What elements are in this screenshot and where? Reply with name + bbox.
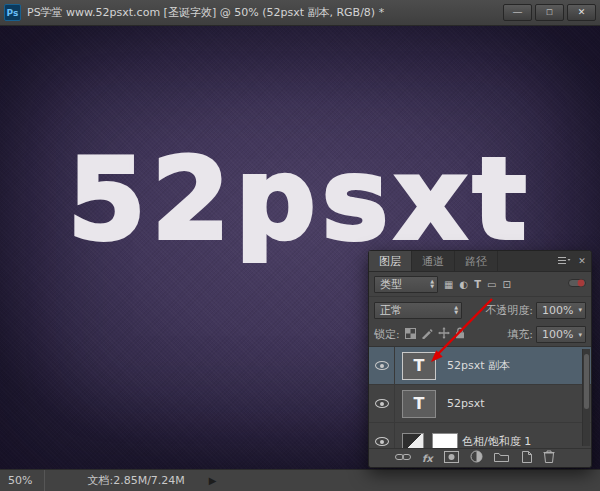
- status-divider: [44, 470, 45, 491]
- layer-row-52psxt-copy[interactable]: T 52psxt 副本: [369, 347, 591, 385]
- delete-layer-icon[interactable]: [543, 450, 555, 466]
- zoom-level[interactable]: 50%: [0, 474, 44, 487]
- filter-toggle-icon[interactable]: [568, 278, 586, 291]
- layer-thumbnail[interactable]: T: [402, 352, 436, 380]
- tab-layers[interactable]: 图层: [369, 251, 412, 271]
- kind-filter-value: 类型: [380, 277, 402, 292]
- new-layer-icon[interactable]: [520, 451, 532, 466]
- lock-transparent-pixels-icon[interactable]: [405, 328, 416, 342]
- fill-label: 填充:: [507, 327, 533, 342]
- eye-icon: [375, 399, 389, 408]
- layer-row-hue-saturation[interactable]: 色相/饱和度 1: [369, 423, 591, 449]
- tab-spacer: [498, 251, 555, 271]
- lock-all-icon[interactable]: [455, 327, 465, 342]
- new-adjustment-layer-icon[interactable]: [470, 450, 483, 466]
- maximize-button[interactable]: □: [535, 4, 564, 21]
- layer-list-scrollbar[interactable]: [582, 349, 590, 446]
- minimize-button[interactable]: —: [503, 4, 532, 21]
- visibility-toggle[interactable]: [369, 347, 395, 384]
- tab-paths[interactable]: 路径: [455, 251, 498, 271]
- eye-icon: [375, 437, 389, 446]
- lock-row: 锁定: 填充: 100% ▾: [369, 323, 591, 347]
- filter-type-icons: ▦ ◐ T ▭ ⊡: [444, 279, 511, 290]
- layer-row-52psxt[interactable]: T 52psxt: [369, 385, 591, 423]
- artwork-text: 52psxt: [68, 134, 532, 264]
- chevron-down-icon: ▾: [578, 306, 582, 314]
- opacity-dropdown[interactable]: 100% ▾: [536, 302, 586, 319]
- window-controls: — □ ✕: [503, 4, 596, 21]
- layer-filter-row: 类型 ▲▼ ▦ ◐ T ▭ ⊡: [369, 272, 591, 297]
- eye-icon: [375, 361, 389, 370]
- lock-icons: [405, 327, 465, 342]
- visibility-toggle[interactable]: [369, 385, 395, 422]
- combo-arrows-icon: ▲▼: [454, 305, 458, 315]
- kind-filter-dropdown[interactable]: 类型 ▲▼: [374, 276, 438, 293]
- panel-tab-bar: 图层 通道 路径 ✕: [369, 251, 591, 272]
- new-group-icon[interactable]: [494, 451, 509, 465]
- lock-image-pixels-icon[interactable]: [421, 327, 433, 342]
- tab-channels[interactable]: 通道: [412, 251, 455, 271]
- lock-label: 锁定:: [374, 327, 400, 342]
- panel-close-icon[interactable]: ✕: [573, 251, 591, 271]
- visibility-toggle[interactable]: [369, 423, 395, 449]
- window-title: PS学堂 www.52psxt.com [圣诞字效] @ 50% (52psxt…: [27, 5, 497, 20]
- close-button[interactable]: ✕: [567, 4, 596, 21]
- fill-dropdown[interactable]: 100% ▾: [536, 326, 586, 343]
- adjustment-filter-icon[interactable]: ◐: [459, 279, 468, 290]
- layer-name[interactable]: 色相/饱和度 1: [462, 434, 531, 449]
- layers-panel: 图层 通道 路径 ✕ 类型 ▲▼ ▦ ◐ T ▭ ⊡: [368, 250, 592, 468]
- combo-arrows-icon: ▲▼: [430, 279, 434, 289]
- pixel-filter-icon[interactable]: ▦: [444, 279, 453, 290]
- add-layer-mask-icon[interactable]: [444, 451, 459, 466]
- layer-list: T 52psxt 副本 T 52psxt 色相/饱和度 1: [369, 347, 591, 449]
- fill-value: 100%: [542, 328, 573, 341]
- panel-menu-icon[interactable]: [555, 251, 573, 271]
- lock-position-icon[interactable]: [438, 327, 450, 342]
- shape-filter-icon[interactable]: ▭: [487, 279, 496, 290]
- layer-style-fx-icon[interactable]: fx: [422, 453, 433, 464]
- chevron-down-icon: ▾: [578, 331, 582, 339]
- layer-mask-thumbnail[interactable]: [432, 433, 458, 450]
- type-filter-icon[interactable]: T: [474, 279, 481, 290]
- layer-name[interactable]: 52psxt 副本: [447, 358, 510, 373]
- document-size-info: 文档:2.85M/7.24M: [87, 473, 184, 488]
- photoshop-window: Ps PS学堂 www.52psxt.com [圣诞字效] @ 50% (52p…: [0, 0, 600, 491]
- scrollbar-thumb[interactable]: [584, 354, 589, 409]
- link-layers-icon[interactable]: [395, 452, 411, 465]
- blend-mode-value: 正常: [380, 303, 402, 318]
- status-bar: 50% 文档:2.85M/7.24M ▶: [0, 469, 600, 491]
- titlebar: Ps PS学堂 www.52psxt.com [圣诞字效] @ 50% (52p…: [0, 0, 600, 26]
- layer-thumbnail[interactable]: T: [402, 390, 436, 418]
- opacity-label: 不透明度:: [485, 303, 533, 318]
- layer-name[interactable]: 52psxt: [447, 397, 485, 410]
- opacity-value: 100%: [542, 304, 573, 317]
- blend-mode-dropdown[interactable]: 正常 ▲▼: [374, 302, 462, 319]
- blend-mode-row: 正常 ▲▼ 不透明度: 100% ▾: [369, 297, 591, 323]
- adjustment-layer-thumbnail[interactable]: [402, 433, 424, 450]
- photoshop-logo-icon: Ps: [4, 4, 21, 21]
- layers-panel-footer: fx: [369, 449, 591, 467]
- status-flyout-icon[interactable]: ▶: [209, 475, 217, 486]
- smart-object-filter-icon[interactable]: ⊡: [502, 279, 510, 290]
